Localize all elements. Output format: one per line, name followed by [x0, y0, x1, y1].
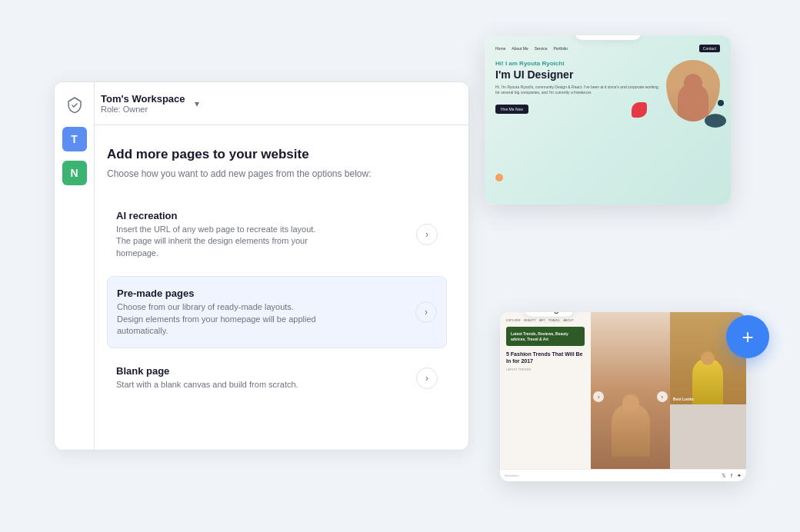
blog-featured-text: Latest Trends, Reviews, Beauty advices, …	[511, 331, 580, 341]
best-looks-label: Best Looks	[673, 397, 694, 401]
page-title: Add more pages to your website	[107, 147, 447, 162]
content-area: Add more pages to your website Choose ho…	[55, 125, 468, 450]
header-bar: Tom's Workspace Role: Owner ▾	[55, 82, 468, 125]
option-pre-made[interactable]: Pre-made pages Choose from our library o…	[107, 276, 447, 348]
twitter-icon[interactable]: 𝕏	[722, 473, 726, 479]
decorative-small-dot	[718, 100, 724, 106]
option-desc-ai: Insert the URL of any web page to recrea…	[116, 224, 316, 259]
nav-art: ART	[539, 318, 545, 322]
option-blank-page[interactable]: Blank page Start with a blank canvas and…	[107, 354, 447, 401]
blog-article-title: 5 Fashion Trends That Will Be In for 201…	[506, 351, 585, 364]
workspace-info[interactable]: Tom's Workspace Role: Owner ▾	[101, 93, 458, 114]
portfolio-nav: Home About Me Service Portfolio Contact	[495, 45, 720, 52]
portfolio-card: Portfolio Home About Me Service Portfoli…	[485, 35, 731, 204]
nav-explore: EXPLORE	[506, 318, 521, 322]
nav-contact-btn: Contact	[699, 45, 720, 52]
avatar-n[interactable]: N	[62, 161, 87, 185]
blog-arrow-right[interactable]: ›	[657, 391, 668, 402]
option-arrow-blank[interactable]: ›	[416, 367, 438, 389]
blog-nav: EXPLORE BEAUTY ART TRAVEL ABOUT	[506, 318, 585, 322]
nav-about-blog: ABOUT	[563, 318, 574, 322]
blog-card: Blog EXPLORE BEAUTY ART TRAVEL ABOUT Lat…	[500, 312, 746, 481]
option-desc-blank: Start with a blank canvas and build from…	[116, 379, 316, 391]
app-panel: T N Tom's Workspace Role: Owner ▾ Add mo…	[54, 81, 469, 451]
blog-label: Blog	[523, 312, 575, 318]
nav-travel: TRAVEL	[548, 318, 560, 322]
avatar-t[interactable]: T	[62, 127, 87, 151]
nav-beauty: BEAUTY	[524, 318, 536, 322]
blog-latest-label: LATEST TRENDS	[506, 367, 585, 371]
portfolio-label: Portfolio	[573, 35, 642, 41]
portfolio-headline: I'm UI Designer	[495, 68, 658, 81]
chevron-down-icon: ▾	[195, 98, 199, 109]
portfolio-avatar	[666, 60, 720, 121]
facebook-icon[interactable]: f	[731, 473, 732, 478]
hire-btn[interactable]: Hire Me Now	[495, 105, 528, 114]
fab-add-button[interactable]: +	[726, 315, 769, 358]
sidebar: T N	[55, 82, 95, 450]
footer-text: Newsletter	[505, 474, 717, 477]
blog-footer: Newsletter 𝕏 f ✦	[500, 469, 746, 481]
workspace-role: Role: Owner	[101, 105, 185, 114]
nav-service: Service	[535, 46, 548, 51]
portfolio-greeting: Hi! I am Ryouta Ryoichi	[495, 60, 658, 67]
nav-home: Home	[495, 46, 505, 51]
option-arrow-premade[interactable]: ›	[415, 301, 437, 323]
logo-icon	[62, 93, 87, 118]
option-arrow-ai[interactable]: ›	[416, 224, 438, 245]
option-ai-recreation[interactable]: AI recreation Insert the URL of any web …	[107, 199, 447, 270]
decorative-dark-blob	[705, 114, 726, 128]
blog-featured: Latest Trends, Reviews, Beauty advices, …	[506, 327, 585, 346]
decorative-blob-red	[632, 102, 647, 118]
portfolio-bio: Hi, I'm Ryouta Ryoichi, community Design…	[495, 85, 658, 95]
decorative-dot	[495, 174, 503, 181]
nav-portfolio: Portfolio	[553, 46, 567, 51]
option-title-blank: Blank page	[116, 365, 416, 377]
blog-arrow-left[interactable]: ‹	[593, 391, 604, 402]
nav-about: About Me	[512, 46, 528, 51]
page-subtitle: Choose how you want to add new pages fro…	[107, 167, 447, 181]
social-icon-3[interactable]: ✦	[737, 473, 742, 479]
option-title-premade: Pre-made pages	[117, 288, 415, 299]
option-title-ai: AI recreation	[116, 210, 416, 221]
workspace-name: Tom's Workspace	[101, 93, 185, 105]
fab-plus-icon: +	[742, 325, 753, 349]
option-desc-premade: Choose from our library of ready-made la…	[117, 301, 317, 337]
